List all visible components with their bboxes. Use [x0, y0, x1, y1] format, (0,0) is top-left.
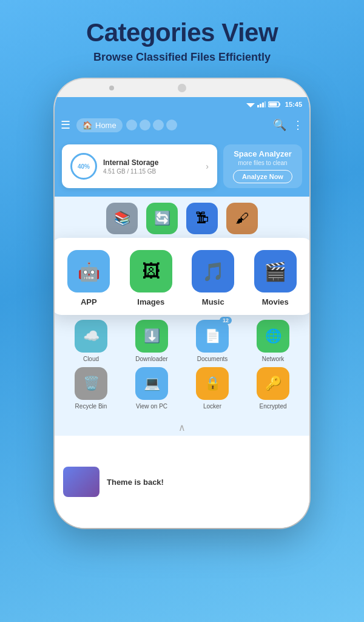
svg-rect-4 [265, 101, 266, 107]
popup-icon-app: 🤖 [67, 250, 110, 292]
category-label-locker: Locker [203, 403, 221, 410]
path-dot-3 [153, 120, 164, 130]
path-dot-4 [166, 120, 177, 130]
category-label-documents: Documents [197, 356, 228, 362]
analyzer-subtitle: more files to clean [238, 160, 287, 166]
popup-icon-images: 🖼 [130, 250, 172, 292]
analyzer-card: Space Analyzer more files to clean Analy… [223, 144, 302, 188]
chevron-up-icon: ∧ [178, 422, 186, 433]
category-icon-recycle-bin: 🗑️ [75, 367, 107, 400]
popup-icon-movies: 🎬 [254, 250, 297, 292]
phone-speaker [109, 86, 114, 90]
categories-top-partial: 📚🔄🗜🖌 [55, 197, 309, 238]
top-partial-icon-0[interactable]: 📚 [106, 203, 138, 234]
battery-icon [268, 101, 281, 107]
category-network[interactable]: 🌐Network [245, 320, 301, 362]
category-icon-documents: 📄12 [196, 320, 229, 353]
search-icon[interactable]: 🔍 [273, 118, 286, 132]
svg-rect-6 [279, 103, 280, 106]
category-icon-network: 🌐 [257, 320, 289, 353]
nav-bar: ☰ 🏠 Home 🔍 ⋮ [55, 112, 309, 138]
category-documents[interactable]: 📄12Documents [184, 320, 240, 362]
phone-screen: 15:45 ☰ 🏠 Home 🔍 ⋮ [55, 97, 309, 528]
category-recycle-bin[interactable]: 🗑️Recycle Bin [63, 367, 119, 410]
categories-row-1: ☁️Cloud⬇️Downloader📄12Documents🌐Network [63, 320, 301, 362]
popup-label-app: APP [81, 297, 97, 306]
category-icon-cloud: ☁️ [75, 320, 107, 353]
category-icon-view-on-pc: 💻 [135, 367, 168, 400]
category-icon-locker: 🔒 [196, 367, 229, 400]
path-dot-1 [126, 120, 137, 130]
category-label-downloader: Downloader [135, 356, 167, 362]
category-label-view-on-pc: View on PC [136, 403, 167, 410]
hamburger-menu-icon[interactable]: ☰ [61, 118, 70, 132]
storage-title: Internal Storage [103, 158, 158, 167]
categories-row-2: 🗑️Recycle Bin💻View on PC🔒Locker🔑Encrypte… [63, 367, 301, 410]
svg-rect-2 [260, 104, 261, 107]
path-icons [126, 120, 177, 130]
page-subtitle: Browse Classified Files Efficiently [12, 51, 352, 64]
category-locker[interactable]: 🔒Locker [184, 367, 240, 410]
banner-text: Theme is back! [107, 478, 164, 487]
svg-rect-1 [257, 105, 259, 107]
storage-percent: 40% [78, 163, 90, 170]
home-icon: 🏠 [83, 121, 92, 130]
popup-label-movies: Movies [262, 297, 289, 306]
category-label-encrypted: Encrypted [259, 403, 286, 410]
popup-label-images: Images [137, 297, 164, 306]
svg-rect-3 [262, 103, 264, 107]
storage-card[interactable]: 40% Internal Storage 4.51 GB / 11.15 GB … [62, 144, 217, 188]
page-title: Categories View [12, 18, 352, 47]
analyzer-title: Space Analyzer [234, 149, 292, 158]
storage-section: 40% Internal Storage 4.51 GB / 11.15 GB … [55, 138, 309, 197]
breadcrumb[interactable]: 🏠 Home [76, 118, 123, 132]
popup-grid: 🤖APP🖼Images🎵Music🎬Movies [58, 250, 306, 306]
wifi-icon [246, 101, 255, 107]
phone-mockup: 15:45 ☰ 🏠 Home 🔍 ⋮ [55, 79, 309, 528]
status-time: 15:45 [285, 101, 302, 108]
category-view-on-pc[interactable]: 💻View on PC [124, 367, 180, 410]
categories-bottom: ☁️Cloud⬇️Downloader📄12Documents🌐Network … [55, 315, 309, 419]
phone-camera [178, 84, 186, 92]
popup-icon-music: 🎵 [192, 250, 234, 292]
top-partial-icon-1[interactable]: 🔄 [146, 203, 178, 234]
popup-category-movies[interactable]: 🎬Movies [248, 250, 304, 306]
storage-circle: 40% [70, 153, 97, 180]
analyze-button[interactable]: Analyze Now [233, 170, 292, 183]
top-partial-icon-3[interactable]: 🖌 [226, 203, 258, 234]
popup-label-music: Music [202, 297, 224, 306]
category-encrypted[interactable]: 🔑Encrypted [245, 367, 301, 410]
phone-wrapper: 15:45 ☰ 🏠 Home 🔍 ⋮ [0, 79, 364, 528]
home-label: Home [95, 121, 116, 130]
category-label-recycle-bin: Recycle Bin [75, 403, 107, 410]
category-cloud[interactable]: ☁️Cloud [63, 320, 119, 362]
category-label-cloud: Cloud [83, 356, 99, 362]
category-icon-encrypted: 🔑 [257, 367, 289, 400]
category-icon-downloader: ⬇️ [135, 320, 168, 353]
category-label-network: Network [262, 356, 285, 362]
signal-icon [257, 101, 266, 107]
bottom-banner[interactable]: Theme is back! [55, 436, 309, 528]
badge-documents: 12 [220, 317, 232, 324]
svg-marker-0 [246, 103, 255, 107]
top-partial-icon-2[interactable]: 🗜 [186, 203, 218, 234]
status-icons [246, 101, 281, 107]
svg-rect-7 [269, 103, 277, 106]
chevron-row: ∧ [55, 419, 309, 436]
popup-category-app[interactable]: 🤖APP [61, 250, 117, 306]
popup-card: 🤖APP🖼Images🎵Music🎬Movies [55, 238, 309, 315]
popup-category-images[interactable]: 🖼Images [123, 250, 180, 306]
path-dot-2 [140, 120, 150, 130]
more-options-icon[interactable]: ⋮ [292, 118, 303, 132]
phone-top-bar [55, 79, 309, 97]
storage-arrow-icon: › [206, 161, 209, 171]
storage-size: 4.51 GB / 11.15 GB [103, 168, 158, 175]
banner-thumbnail [63, 467, 99, 497]
storage-info: Internal Storage 4.51 GB / 11.15 GB [103, 158, 158, 175]
status-bar: 15:45 [55, 97, 309, 112]
popup-category-music[interactable]: 🎵Music [185, 250, 241, 306]
page-header: Categories View Browse Classified Files … [0, 0, 364, 73]
category-downloader[interactable]: ⬇️Downloader [124, 320, 180, 362]
